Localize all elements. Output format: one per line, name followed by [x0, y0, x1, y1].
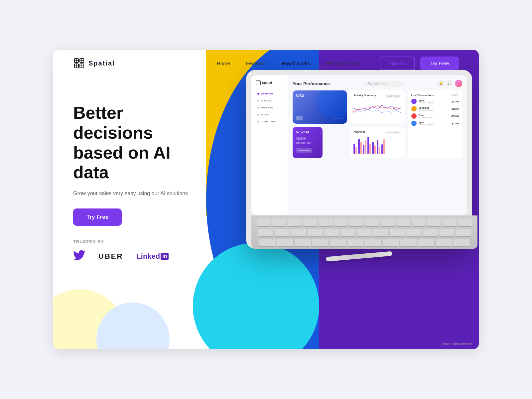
key [373, 229, 389, 236]
discover-sub: $1,253 [296, 137, 306, 140]
message-icon[interactable]: 💬 [446, 80, 453, 86]
analytics-card: Analytics LAST 7 DAYS [350, 127, 404, 158]
key [412, 219, 426, 226]
linkedin-logo: Linked in [136, 252, 169, 261]
sidebar-dot-credit-cards [257, 121, 259, 123]
activity-header: Activity Summary LAST 7 DAYS [353, 94, 401, 98]
dashboard-logo: Spatial [255, 80, 284, 85]
key [347, 239, 364, 246]
hero-subtitle: Grow your sales very easy using our AI s… [73, 191, 193, 197]
nav-link-how-it-works[interactable]: How it works [282, 61, 310, 66]
sidebar-label-credit-cards: Credit Cards [261, 120, 276, 123]
sidebar-item-statistics[interactable]: Statistics [255, 97, 284, 104]
activity-chart [353, 98, 401, 118]
nav-try-free-button[interactable]: Try Free [420, 57, 459, 70]
hero-title: Better decisions based on AI data [73, 103, 193, 183]
bar-5a [372, 142, 374, 154]
bar-group-2 [358, 139, 362, 154]
visa-pattern [324, 90, 347, 114]
dashboard-search[interactable]: 🔍 Search for... [364, 81, 404, 86]
bar-chart [353, 137, 401, 155]
sign-in-button[interactable]: Sign in [380, 57, 415, 70]
key [295, 239, 311, 246]
nav-links: Home Features How it works Pricing & Pla… [217, 61, 360, 66]
trans-desc-2: Some description [419, 109, 451, 111]
sidebar-label-overview: Overview [261, 92, 273, 95]
nav-link-features[interactable]: Features [246, 61, 266, 66]
transactions-card: Last Transactions TODAY Sport Some descr… [408, 90, 462, 158]
activity-card: Activity Summary LAST 7 DAYS [350, 90, 404, 124]
sidebar-label-messages: Messages [261, 106, 273, 109]
trusted-logos: UBER Linked in [73, 250, 459, 263]
nav-link-pricing[interactable]: Pricing & Plans [326, 61, 360, 66]
bar-4b [369, 144, 371, 154]
tablet-mockup: Spatial Overview Statistics Message [246, 70, 479, 249]
bar-5b [374, 145, 376, 154]
sidebar-item-overview[interactable]: Overview [255, 90, 284, 97]
sidebar-dot-messages [257, 107, 259, 109]
key [427, 219, 441, 226]
trans-info-3: Food Some description [419, 114, 451, 118]
sidebar-label-statistics: Statistics [261, 99, 272, 102]
twitter-logo [73, 250, 85, 263]
trans-icon-3 [411, 113, 417, 119]
dashboard-title: Your Performance [293, 81, 330, 86]
transaction-4: Sport Some description -$22.00 [411, 121, 459, 126]
bar-1b [355, 147, 357, 154]
bar-6a [377, 140, 378, 154]
tablet-device: Spatial Overview Statistics Message [246, 70, 472, 249]
search-placeholder: Search for... [373, 82, 387, 85]
discover-value: $7,285M [296, 130, 319, 134]
sidebar-item-messages[interactable]: Messages [255, 104, 284, 111]
key [291, 229, 306, 236]
discover-pro-card: $7,285M $1,253 Discover PRO View more [293, 127, 323, 158]
trans-info-1: Sport Some description [419, 99, 451, 104]
sidebar-item-profile[interactable]: Profile [255, 111, 284, 118]
transaction-1: Sport Some description -$23.00 [411, 99, 459, 104]
trans-name-4: Sport [419, 121, 451, 124]
transaction-2: Shopping Some description -$18.54 [411, 106, 459, 111]
visa-card: VISA **** **** **** [293, 90, 347, 124]
card-chip [296, 116, 303, 120]
key [383, 239, 399, 246]
trans-icon-1 [411, 99, 417, 104]
linkedin-text: Linked [136, 252, 160, 261]
bar-group-5 [372, 142, 376, 154]
logo[interactable]: Spatial [73, 57, 115, 69]
key [396, 219, 410, 226]
notification-icon[interactable]: 🔔 [438, 80, 444, 86]
sidebar-dot-overview [257, 93, 259, 95]
key [400, 239, 417, 246]
keyboard-row-2 [251, 229, 477, 239]
key [357, 229, 372, 236]
key [319, 219, 333, 226]
sidebar-dot-statistics [257, 100, 259, 102]
key [458, 219, 472, 226]
bar-group-1 [353, 144, 357, 154]
user-avatar[interactable] [455, 80, 462, 87]
key [365, 219, 379, 226]
discover-btn[interactable]: View more [296, 148, 312, 153]
key [334, 219, 348, 226]
bar-7a [381, 144, 383, 154]
key [330, 239, 346, 246]
key [308, 229, 323, 236]
transactions-title: Last Transactions [411, 94, 434, 97]
key [303, 219, 318, 226]
linkedin-box: in [161, 253, 169, 260]
bottom-row: $7,285M $1,253 Discover PRO View more [293, 127, 347, 158]
key [340, 229, 356, 236]
activity-title: Activity Summary [353, 94, 376, 97]
hero-try-free-button[interactable]: Try Free [73, 208, 122, 226]
bar-7b [383, 139, 385, 154]
key [312, 239, 329, 246]
sidebar-item-credit-cards[interactable]: Credit Cards [255, 118, 284, 125]
trans-info-2: Shopping Some description [419, 107, 451, 111]
key [275, 229, 290, 236]
nav-link-home[interactable]: Home [217, 61, 230, 66]
discover-label: Discover PRO [296, 142, 319, 144]
key [259, 239, 276, 246]
key [390, 229, 405, 236]
trans-name-2: Shopping [419, 107, 451, 109]
tablet-keyboard [251, 215, 477, 249]
